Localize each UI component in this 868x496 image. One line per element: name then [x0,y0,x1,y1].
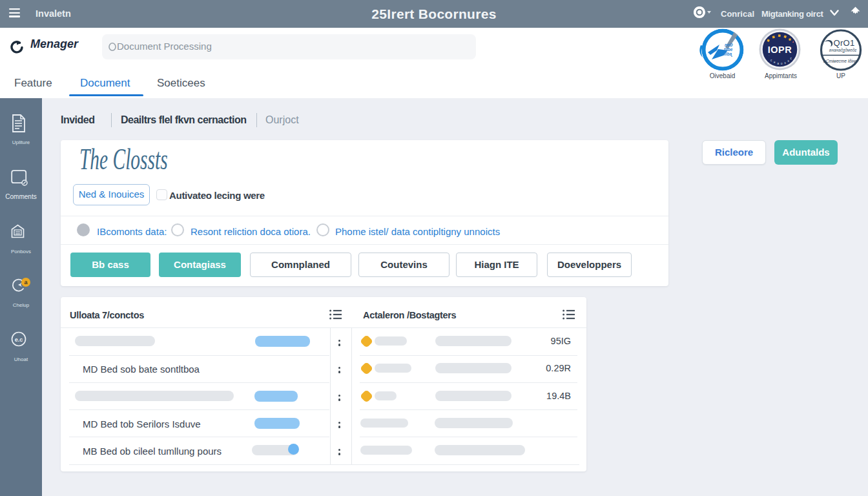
svg-text:lilba̢: lilba̢ [723,52,732,57]
svg-text:внанадʓдмедг: внанадʓдмедг [829,48,857,53]
svg-text:tilbe: tilbe [724,47,733,52]
svg-text:ʿ: ʿ [769,55,770,59]
svg-text:QrO1: QrO1 [834,38,855,48]
svg-text:aСтіместе Ідіна: aСтіместе Ідіна [823,59,857,63]
svg-text:e.c: e.c [15,336,23,343]
svg-text:neʘ: neʘ [725,43,733,47]
svg-text:IOPR: IOPR [768,45,792,55]
